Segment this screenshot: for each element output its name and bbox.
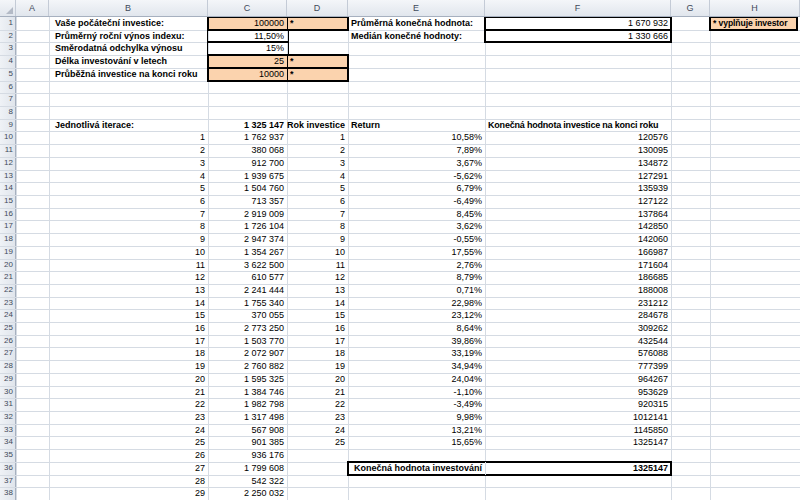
row-header-18[interactable]: 18	[0, 233, 16, 246]
row-header-1[interactable]: 1	[0, 17, 16, 30]
cell-C14[interactable]: 1 504 760	[208, 182, 287, 195]
cell-C12[interactable]: 912 700	[208, 157, 287, 170]
cell-D15[interactable]: 6	[287, 195, 348, 208]
cell-D11[interactable]: 2	[287, 144, 348, 157]
row-header-6[interactable]: 6	[0, 81, 16, 94]
cell-E20[interactable]: 2,76%	[348, 259, 485, 272]
cell-C33[interactable]: 567 908	[208, 424, 287, 437]
row-header-7[interactable]: 7	[0, 93, 16, 106]
label-final-investment-value[interactable]: Konečná hodnota investování	[348, 462, 485, 475]
row-header-37[interactable]: 37	[0, 475, 16, 488]
cell-B31[interactable]: 22	[49, 398, 208, 411]
cell-C38[interactable]: 2 250 032	[208, 487, 287, 500]
cell-B22[interactable]: 13	[49, 284, 208, 297]
cell-median-final-value[interactable]: 1 330 666	[485, 30, 671, 43]
row-header-24[interactable]: 24	[0, 309, 16, 322]
column-header-H[interactable]: H	[710, 0, 800, 16]
note-filled-by-investor[interactable]: * vyplňuje investor	[710, 17, 798, 30]
cell-E21[interactable]: 8,79%	[348, 271, 485, 284]
cell-initial-investment-value[interactable]: 100000	[208, 17, 287, 30]
cell-C36[interactable]: 1 799 608	[208, 462, 287, 475]
cell-C32[interactable]: 1 317 498	[208, 411, 287, 424]
cell-E31[interactable]: -3,49%	[348, 398, 485, 411]
cell-E17[interactable]: 3,62%	[348, 220, 485, 233]
cell-E33[interactable]: 13,21%	[348, 424, 485, 437]
cell-C19[interactable]: 1 354 267	[208, 246, 287, 259]
cell-C24[interactable]: 370 055	[208, 309, 287, 322]
row-header-8[interactable]: 8	[0, 106, 16, 119]
row-header-27[interactable]: 27	[0, 347, 16, 360]
cell-E28[interactable]: 34,94%	[348, 360, 485, 373]
cell-C37[interactable]: 542 322	[208, 475, 287, 488]
cell-B37[interactable]: 28	[49, 475, 208, 488]
cell-B18[interactable]: 9	[49, 233, 208, 246]
label-initial-investment[interactable]: Vaše počáteční investice:	[49, 17, 208, 30]
cell-E26[interactable]: 39,86%	[348, 335, 485, 348]
cell-F32[interactable]: 1012141	[485, 411, 671, 424]
cell-C22[interactable]: 2 241 444	[208, 284, 287, 297]
row-header-10[interactable]: 10	[0, 131, 16, 144]
cell-B29[interactable]: 20	[49, 373, 208, 386]
row-header-29[interactable]: 29	[0, 373, 16, 386]
column-header-D[interactable]: D	[287, 0, 348, 16]
cell-D16[interactable]: 7	[287, 208, 348, 221]
cell-F18[interactable]: 142060	[485, 233, 671, 246]
cell-D17[interactable]: 8	[287, 220, 348, 233]
cell-recurring-investment-value[interactable]: 10000	[208, 68, 287, 81]
select-all-corner[interactable]	[0, 0, 16, 16]
column-header-G[interactable]: G	[671, 0, 710, 16]
column-header-C[interactable]: C	[208, 0, 287, 16]
row-header-9[interactable]: 9	[0, 119, 16, 132]
row-header-32[interactable]: 32	[0, 411, 16, 424]
cell-C28[interactable]: 2 760 882	[208, 360, 287, 373]
cell-D32[interactable]: 23	[287, 411, 348, 424]
cell-C35[interactable]: 936 176	[208, 449, 287, 462]
row-header-11[interactable]: 11	[0, 144, 16, 157]
cell-C31[interactable]: 1 982 798	[208, 398, 287, 411]
cell-D25[interactable]: 16	[287, 322, 348, 335]
cell-B35[interactable]: 26	[49, 449, 208, 462]
cell-C17[interactable]: 1 726 104	[208, 220, 287, 233]
cell-C30[interactable]: 1 384 746	[208, 386, 287, 399]
row-header-26[interactable]: 26	[0, 335, 16, 348]
cell-B19[interactable]: 10	[49, 246, 208, 259]
cell-C16[interactable]: 2 919 009	[208, 208, 287, 221]
column-header-B[interactable]: B	[49, 0, 208, 16]
cell-D20[interactable]: 11	[287, 259, 348, 272]
cell-E12[interactable]: 3,67%	[348, 157, 485, 170]
cell-B21[interactable]: 12	[49, 271, 208, 284]
cell-F22[interactable]: 188008	[485, 284, 671, 297]
row-header-3[interactable]: 3	[0, 42, 16, 55]
cell-B23[interactable]: 14	[49, 297, 208, 310]
header-final-value[interactable]: Konečná hodnota investice na konci roku	[485, 119, 671, 132]
cell-E16[interactable]: 8,45%	[348, 208, 485, 221]
cell-B28[interactable]: 19	[49, 360, 208, 373]
cell-B36[interactable]: 27	[49, 462, 208, 475]
row-header-31[interactable]: 31	[0, 398, 16, 411]
cell-F34[interactable]: 1325147	[485, 436, 671, 449]
cell-C25[interactable]: 2 773 250	[208, 322, 287, 335]
cell-F31[interactable]: 920315	[485, 398, 671, 411]
row-header-23[interactable]: 23	[0, 297, 16, 310]
cell-E11[interactable]: 7,89%	[348, 144, 485, 157]
cell-D22[interactable]: 13	[287, 284, 348, 297]
cell-avg-annual-return-value[interactable]: 11,50%	[208, 30, 287, 43]
cell-F25[interactable]: 309262	[485, 322, 671, 335]
row-header-5[interactable]: 5	[0, 68, 16, 81]
cell-C21[interactable]: 610 577	[208, 271, 287, 284]
cell-F27[interactable]: 576088	[485, 347, 671, 360]
cell-B25[interactable]: 16	[49, 322, 208, 335]
row-header-13[interactable]: 13	[0, 170, 16, 183]
star-initial-investment[interactable]: *	[287, 17, 348, 30]
row-header-28[interactable]: 28	[0, 360, 16, 373]
cell-D23[interactable]: 14	[287, 297, 348, 310]
cell-D29[interactable]: 20	[287, 373, 348, 386]
cell-F23[interactable]: 231212	[485, 297, 671, 310]
cell-D27[interactable]: 18	[287, 347, 348, 360]
cell-F33[interactable]: 1145850	[485, 424, 671, 437]
cell-B12[interactable]: 3	[49, 157, 208, 170]
cell-B24[interactable]: 15	[49, 309, 208, 322]
row-header-22[interactable]: 22	[0, 284, 16, 297]
cell-C20[interactable]: 3 622 500	[208, 259, 287, 272]
star-investment-years[interactable]: *	[287, 55, 348, 68]
